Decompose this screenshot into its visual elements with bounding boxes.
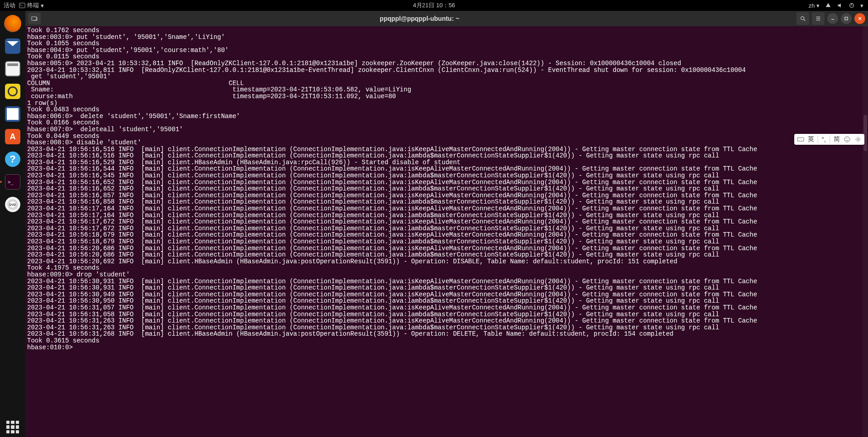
separator (818, 135, 818, 143)
svg-rect-3 (32, 17, 36, 20)
firefox-icon (4, 15, 21, 32)
system-menu-chevron-icon[interactable]: ▾ (860, 2, 863, 9)
current-app-name: 终端 (27, 1, 39, 10)
close-icon (858, 16, 862, 21)
close-button[interactable] (854, 13, 865, 24)
power-icon[interactable] (849, 2, 855, 9)
minimize-button[interactable] (827, 13, 838, 24)
window-titlebar: ppqppl@ppqppl-ubuntu: ~ (25, 11, 868, 26)
svg-rect-10 (845, 17, 848, 20)
show-applications-button[interactable] (3, 417, 23, 437)
terminal-small-icon (19, 2, 25, 9)
hamburger-icon (815, 15, 821, 22)
maximize-button[interactable] (841, 13, 852, 24)
svg-point-16 (801, 139, 801, 139)
keyboard-icon (797, 136, 804, 143)
software-icon: A (5, 129, 20, 144)
ime-lang-label: 英 (808, 135, 814, 143)
gear-icon[interactable] (854, 136, 862, 143)
svg-point-14 (798, 139, 799, 139)
search-button[interactable] (796, 12, 809, 25)
document-icon (5, 106, 20, 122)
dock: A ? >_ DVD (0, 11, 25, 437)
svg-point-20 (857, 138, 859, 140)
svg-point-18 (846, 138, 847, 139)
scrollbar[interactable] (863, 24, 868, 437)
dvd-icon: DVD (5, 197, 20, 212)
svg-rect-0 (19, 3, 25, 8)
separator (830, 135, 830, 143)
dock-item-document[interactable] (3, 104, 23, 124)
scrollbar-thumb[interactable] (863, 115, 867, 151)
dock-item-firefox[interactable] (3, 14, 23, 33)
svg-point-17 (844, 137, 850, 142)
help-icon: ? (5, 152, 20, 167)
ime-mode-label[interactable]: 简 (834, 135, 840, 143)
svg-point-4 (801, 17, 804, 20)
new-tab-button[interactable] (28, 13, 41, 24)
terminal-icon: >_ (5, 174, 20, 190)
menu-button[interactable] (812, 12, 825, 25)
volume-icon[interactable] (837, 2, 843, 9)
svg-point-15 (800, 139, 800, 139)
apps-grid-icon (6, 421, 19, 433)
search-icon (800, 15, 806, 22)
top-panel: 活动 终端 ▾ 4月21日 10：56 zh ▾ ▾ (0, 0, 868, 11)
ime-panel[interactable]: 英 °, 简 (794, 134, 865, 145)
activities-button[interactable]: 活动 (4, 1, 15, 10)
terminal-output[interactable]: Took 0.1762 seconds hbase:003:0> put 'st… (25, 26, 868, 437)
music-icon (5, 84, 20, 99)
svg-point-19 (848, 138, 849, 139)
dock-item-files[interactable] (3, 59, 23, 79)
svg-rect-13 (797, 138, 804, 141)
files-icon (5, 61, 20, 76)
minimize-icon (830, 16, 835, 21)
terminal-window: ppqppl@ppqppl-ubuntu: ~ Took 0.1762 seco… (25, 11, 868, 437)
datetime-indicator[interactable]: 4月21日 10：56 (413, 1, 455, 10)
dock-item-dvd[interactable]: DVD (3, 195, 23, 214)
ime-punctuation-icon[interactable]: °, (822, 136, 826, 143)
emoji-icon[interactable] (844, 136, 851, 143)
dock-item-help[interactable]: ? (3, 149, 23, 169)
maximize-icon (844, 16, 849, 21)
input-method-indicator[interactable]: zh ▾ (809, 2, 820, 9)
window-title: ppqppl@ppqppl-ubuntu: ~ (43, 15, 796, 22)
svg-line-5 (804, 19, 806, 21)
dock-item-terminal[interactable]: >_ (3, 172, 23, 192)
chevron-down-icon: ▾ (41, 2, 44, 9)
dock-item-music[interactable] (3, 81, 23, 101)
dock-item-software[interactable]: A (3, 127, 23, 147)
network-icon[interactable] (825, 2, 831, 9)
dock-item-mail[interactable] (3, 36, 23, 56)
mail-icon (5, 38, 20, 54)
current-app-indicator[interactable]: 终端 ▾ (19, 1, 44, 10)
new-tab-icon (31, 15, 38, 22)
